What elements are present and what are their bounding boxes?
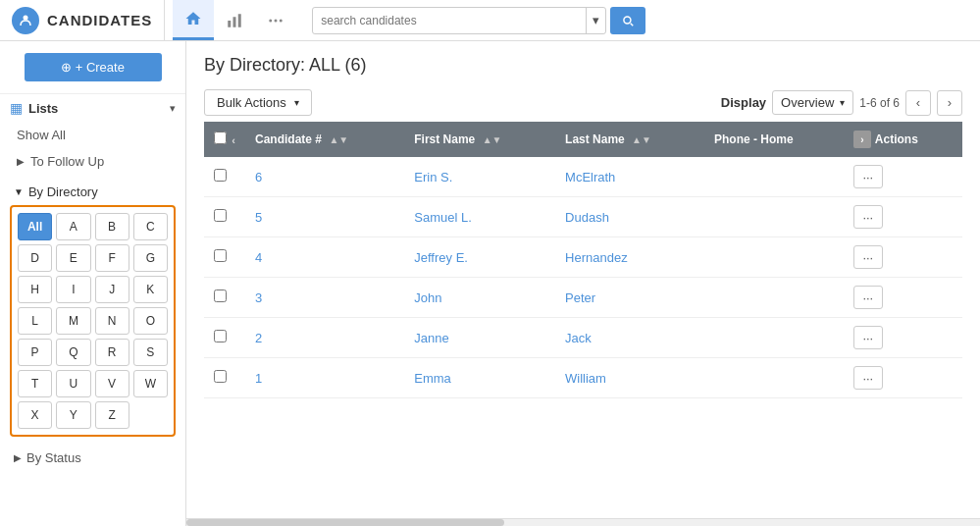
- candidate-id-cell[interactable]: 2: [245, 318, 404, 358]
- create-button[interactable]: ⊕ + Create: [25, 53, 162, 81]
- dir-x-button[interactable]: X: [18, 401, 52, 429]
- dir-q-button[interactable]: Q: [56, 339, 90, 366]
- row-checkbox[interactable]: [214, 330, 227, 342]
- dir-m-button[interactable]: M: [56, 307, 90, 335]
- home-nav-button[interactable]: [173, 0, 214, 40]
- row-actions-button[interactable]: ···: [853, 165, 883, 188]
- actions-cell: ···: [844, 197, 962, 237]
- charts-nav-button[interactable]: [214, 0, 255, 40]
- row-actions-button[interactable]: ···: [853, 205, 883, 229]
- dir-w-button[interactable]: W: [133, 370, 168, 397]
- last-name-header[interactable]: Last Name ▲▼: [555, 122, 704, 157]
- last-name-cell[interactable]: McElrath: [555, 157, 704, 197]
- top-navigation: CANDIDATES ▾: [0, 0, 980, 41]
- row-checkbox-cell[interactable]: [204, 318, 245, 358]
- candidates-table-wrap: ‹ Candidate # ▲▼ First Name ▲▼ Last Name: [186, 122, 980, 518]
- last-name-cell[interactable]: Hernandez: [555, 237, 704, 278]
- row-actions-button[interactable]: ···: [853, 286, 883, 309]
- previous-page-button[interactable]: ‹: [905, 90, 931, 116]
- candidate-id-cell[interactable]: 4: [245, 237, 404, 278]
- dir-c-button[interactable]: C: [133, 213, 168, 240]
- row-checkbox[interactable]: [214, 209, 227, 222]
- first-name-cell[interactable]: John: [404, 278, 555, 318]
- candidate-id-cell[interactable]: 5: [245, 197, 404, 237]
- display-select-button[interactable]: Overview ▾: [772, 90, 853, 115]
- dir-k-button[interactable]: K: [133, 276, 168, 303]
- row-checkbox[interactable]: [214, 249, 227, 262]
- last-name-cell[interactable]: Peter: [555, 278, 704, 318]
- dir-i-button[interactable]: I: [56, 276, 90, 303]
- more-nav-button[interactable]: [255, 0, 296, 40]
- dir-d-button[interactable]: D: [18, 244, 52, 272]
- dir-p-button[interactable]: P: [18, 339, 52, 366]
- first-name-cell[interactable]: Janne: [404, 318, 555, 358]
- by-directory-header[interactable]: ▼ By Directory: [10, 179, 176, 205]
- scrollbar-thumb[interactable]: [186, 519, 504, 526]
- select-all-checkbox[interactable]: [214, 132, 227, 144]
- row-actions-button[interactable]: ···: [853, 366, 883, 390]
- last-name-cell[interactable]: Dudash: [555, 197, 704, 237]
- table-row: 2 Janne Jack ···: [204, 318, 962, 358]
- row-checkbox[interactable]: [214, 289, 227, 302]
- row-checkbox-cell[interactable]: [204, 237, 245, 278]
- dir-j-button[interactable]: J: [95, 276, 129, 303]
- last-name-cell[interactable]: William: [555, 358, 704, 398]
- sidebar-item-by-status[interactable]: ▶ By Status: [0, 445, 185, 471]
- dir-f-button[interactable]: F: [95, 244, 129, 272]
- first-name-cell[interactable]: Samuel L.: [404, 197, 555, 237]
- dir-g-button[interactable]: G: [133, 244, 168, 272]
- row-actions-button[interactable]: ···: [853, 245, 883, 269]
- dir-u-button[interactable]: U: [56, 370, 90, 397]
- row-checkbox-cell[interactable]: [204, 358, 245, 398]
- dir-n-button[interactable]: N: [95, 307, 129, 335]
- dir-s-button[interactable]: S: [133, 339, 168, 366]
- candidate-id-cell[interactable]: 1: [245, 358, 404, 398]
- dir-y-button[interactable]: Y: [56, 401, 90, 429]
- next-page-button[interactable]: ›: [937, 90, 962, 116]
- dir-z-button[interactable]: Z: [95, 401, 129, 429]
- first-name-cell[interactable]: Erin S.: [404, 157, 555, 197]
- dir-all-button[interactable]: All: [18, 213, 52, 240]
- svg-point-5: [275, 19, 278, 22]
- candidate-id-cell[interactable]: 6: [245, 157, 404, 197]
- actions-cell: ···: [844, 318, 962, 358]
- dir-a-button[interactable]: A: [56, 213, 90, 240]
- lists-header[interactable]: ▦ Lists ▾: [0, 93, 185, 122]
- phone-home-header[interactable]: Phone - Home: [704, 122, 844, 157]
- first-name-cell[interactable]: Jeffrey E.: [404, 237, 555, 278]
- row-checkbox[interactable]: [214, 169, 227, 182]
- main-content-area: By Directory: ALL (6) Bulk Actions ▾ Dis…: [186, 41, 980, 526]
- sidebar-item-to-follow-up[interactable]: ▶ To Follow Up: [0, 148, 185, 175]
- row-checkbox-cell[interactable]: [204, 197, 245, 237]
- row-checkbox-cell[interactable]: [204, 157, 245, 197]
- by-directory-arrow-icon: ▼: [14, 186, 24, 197]
- bulk-actions-button[interactable]: Bulk Actions ▾: [204, 89, 312, 116]
- dir-v-button[interactable]: V: [95, 370, 129, 397]
- row-checkbox-cell[interactable]: [204, 278, 245, 318]
- dir-h-button[interactable]: H: [18, 276, 52, 303]
- first-name-header[interactable]: First Name ▲▼: [404, 122, 555, 157]
- search-input[interactable]: [313, 14, 586, 27]
- dir-e-button[interactable]: E: [56, 244, 90, 272]
- dir-t-button[interactable]: T: [18, 370, 52, 397]
- table-row: 6 Erin S. McElrath ···: [204, 157, 962, 197]
- dir-o-button[interactable]: O: [133, 307, 168, 335]
- dir-b-button[interactable]: B: [95, 213, 129, 240]
- first-name-cell[interactable]: Emma: [404, 358, 555, 398]
- dir-l-button[interactable]: L: [18, 307, 52, 335]
- row-actions-button[interactable]: ···: [853, 326, 883, 349]
- select-all-header[interactable]: ‹: [204, 122, 245, 157]
- collapse-panel-button[interactable]: ›: [853, 131, 871, 148]
- candidate-number-header[interactable]: Candidate # ▲▼: [245, 122, 404, 157]
- last-name-cell[interactable]: Jack: [555, 318, 704, 358]
- table-header-row: ‹ Candidate # ▲▼ First Name ▲▼ Last Name: [204, 122, 962, 157]
- row-checkbox[interactable]: [214, 370, 227, 383]
- candidate-id-cell[interactable]: 3: [245, 278, 404, 318]
- search-go-button[interactable]: [610, 7, 645, 34]
- create-label: + Create: [76, 60, 125, 75]
- horizontal-scrollbar[interactable]: [186, 518, 980, 526]
- dir-r-button[interactable]: R: [95, 339, 129, 366]
- sidebar-item-show-all[interactable]: Show All: [0, 122, 185, 148]
- actions-cell: ···: [844, 237, 962, 278]
- search-dropdown-button[interactable]: ▾: [586, 8, 605, 33]
